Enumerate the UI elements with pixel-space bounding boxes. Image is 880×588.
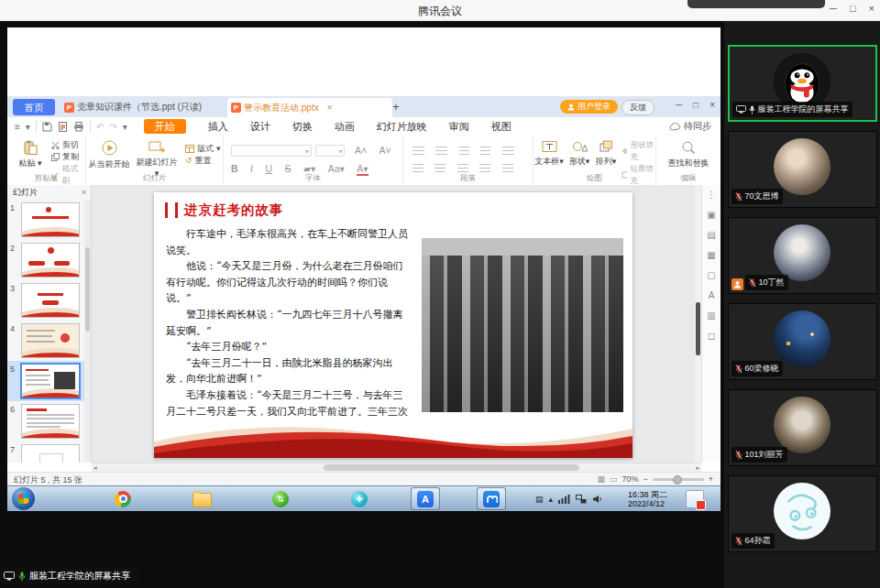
ribbon-tab-home[interactable]: 开始	[144, 119, 186, 134]
slide-canvas[interactable]: 进京赶考的故事 行车途中，毛泽东很高兴，在车上不断同警卫人员说笑。 他说：“今天…	[154, 192, 632, 458]
taskbar-app-a-running[interactable]: A	[411, 487, 440, 510]
help-pane-icon[interactable]: ◻	[702, 326, 720, 346]
meeting-floating-toolbar[interactable]	[688, 0, 825, 8]
play-from-current-button[interactable]: 从当前开始	[88, 140, 130, 170]
close-panel-icon[interactable]: ×	[82, 185, 86, 200]
align-left-icon[interactable]	[412, 164, 424, 173]
panel-scrollbar[interactable]	[84, 200, 91, 463]
taskbar-green-app[interactable]: ⇅	[266, 487, 295, 510]
tray-notification-icon[interactable]	[686, 490, 704, 508]
slide-thumbnail-6[interactable]: 6	[7, 401, 84, 441]
slide-thumbnail-2[interactable]: 2	[7, 240, 84, 280]
slideshow-view-icon[interactable]: ▭	[610, 474, 618, 484]
font-pane-icon[interactable]: A	[702, 286, 720, 306]
tray-expand-icon[interactable]: ▴	[548, 495, 553, 504]
increase-font-icon[interactable]: A˄	[355, 145, 367, 156]
network-icon[interactable]	[576, 495, 587, 504]
align-right-icon[interactable]	[457, 164, 468, 173]
undo-icon[interactable]: ↶	[96, 122, 104, 132]
taskbar-tencent-meeting-running[interactable]	[477, 487, 506, 510]
ribbon-tab-insert[interactable]: 插入	[208, 120, 228, 134]
copy-button[interactable]: 复制	[51, 151, 85, 163]
editor-vertical-scrollbar[interactable]	[695, 185, 701, 463]
slide-thumbnail-4[interactable]: 4	[7, 321, 84, 361]
increase-indent-icon[interactable]	[480, 147, 490, 156]
animation-pane-icon[interactable]: ▤	[702, 225, 720, 245]
distribute-icon[interactable]	[502, 164, 513, 173]
new-tab-button[interactable]: +	[392, 100, 400, 114]
bullet-list-icon[interactable]	[412, 147, 424, 156]
ribbon-tab-review[interactable]: 审阅	[449, 120, 469, 134]
media-pane-icon[interactable]: ▥	[702, 306, 720, 326]
doc-tab-1[interactable]: P 党章知识课件（节选.ppt (只读)	[60, 99, 231, 115]
print-icon[interactable]	[73, 122, 84, 132]
ribbon-tab-slideshow[interactable]: 幻灯片放映	[377, 120, 427, 134]
close-tab-icon[interactable]: ×	[327, 103, 333, 113]
slide-thumbnail-1[interactable]: 1	[7, 200, 84, 240]
start-button[interactable]	[12, 487, 35, 510]
login-button[interactable]: 用户登录	[560, 100, 618, 114]
paste-button[interactable]: 粘贴 ▾	[9, 140, 51, 169]
align-center-icon[interactable]	[434, 164, 446, 173]
zoom-slider[interactable]	[653, 478, 704, 481]
wps-minimize-icon[interactable]: ─	[676, 100, 682, 110]
line-spacing-icon[interactable]	[502, 147, 514, 156]
participant-tile[interactable]: 10丁然	[728, 217, 877, 294]
tray-ime-icon[interactable]: ▤	[535, 495, 544, 504]
taskbar-explorer[interactable]	[187, 487, 216, 510]
hamburger-menu-icon[interactable]: ≡	[15, 122, 20, 132]
zoom-out-icon[interactable]: −	[643, 474, 647, 484]
maximize-icon[interactable]: □	[850, 3, 856, 14]
new-slide-button[interactable]: 新建幻灯片 ▾	[134, 140, 180, 178]
wps-restore-icon[interactable]: □	[693, 100, 698, 110]
ribbon-tab-animation[interactable]: 动画	[335, 120, 355, 134]
slide-thumbnail-7[interactable]: 7	[7, 441, 84, 463]
feedback-button[interactable]: 反馈	[622, 100, 654, 115]
reset-button[interactable]: ↺重置	[185, 155, 221, 167]
slide-thumbnail-5-selected[interactable]: 5	[7, 361, 84, 401]
ribbon-tab-transition[interactable]: 切换	[292, 120, 313, 134]
doc-tab-2-active[interactable]: P 警示教育活动.pptx ×	[227, 98, 392, 117]
numbered-list-icon[interactable]	[435, 147, 447, 156]
speaker-icon[interactable]	[592, 495, 603, 504]
sync-status[interactable]: 待同步	[669, 120, 711, 133]
ribbon-tab-design[interactable]: 设计	[250, 120, 270, 134]
participant-tile[interactable]: 70文思博	[728, 131, 877, 208]
participant-tile-sharer[interactable]: 服装工程学院的屏幕共享	[728, 45, 877, 122]
more-tools-icon[interactable]: ⋮	[702, 185, 720, 205]
cut-button[interactable]: 剪切	[51, 139, 85, 151]
chevron-down-icon[interactable]: ▾	[123, 122, 127, 132]
save-icon[interactable]	[42, 122, 52, 132]
font-name-select[interactable]: ▾	[231, 145, 312, 157]
view-mode-icon[interactable]: ▦	[597, 474, 605, 484]
participant-tile[interactable]: 64孙霜	[728, 475, 877, 552]
slide-thumbnail-3[interactable]: 3	[7, 280, 84, 321]
participant-tile[interactable]: 60梁修晓	[728, 303, 877, 380]
font-size-select[interactable]: ▾	[315, 145, 345, 157]
arrange-button[interactable]: 排列▾	[594, 140, 618, 168]
justify-icon[interactable]	[479, 164, 490, 173]
decrease-font-icon[interactable]: A˅	[380, 145, 391, 156]
signal-bars-icon[interactable]	[558, 495, 570, 504]
wps-home-tab[interactable]: 首页	[13, 99, 55, 115]
shapes-button[interactable]: 形状▾	[566, 140, 592, 168]
wps-close-icon[interactable]: ×	[710, 100, 715, 110]
ribbon-tab-view[interactable]: 视图	[491, 120, 512, 134]
design-pane-icon[interactable]: ▦	[702, 245, 720, 266]
textbox-button[interactable]: 文本框▾	[534, 140, 565, 168]
chevron-down-icon[interactable]: ▾	[26, 122, 30, 132]
properties-icon[interactable]: ▣	[702, 205, 720, 225]
export-pdf-icon[interactable]	[58, 122, 68, 132]
shape-fill-button[interactable]: 形状填充	[622, 139, 655, 163]
close-icon[interactable]: ×	[869, 3, 874, 14]
decrease-indent-icon[interactable]	[459, 147, 469, 156]
slide-editor-area[interactable]: 进京赶考的故事 行车途中，毛泽东很高兴，在车上不断同警卫人员说笑。 他说：“今天…	[92, 185, 701, 463]
minimize-icon[interactable]: ─	[830, 3, 837, 14]
find-replace-button[interactable]: 查找和替换	[662, 140, 715, 169]
layout-button[interactable]: 版式 ▾	[185, 143, 221, 155]
participant-tile[interactable]: 101刘丽芳	[728, 389, 877, 466]
editor-horizontal-scrollbar[interactable]: ◂▸	[92, 463, 701, 472]
taskbar-teal-app[interactable]: ✚	[345, 487, 374, 510]
taskbar-chrome[interactable]	[108, 487, 138, 510]
taskbar-clock[interactable]: 16:38 周二 2022/4/12	[628, 490, 667, 508]
